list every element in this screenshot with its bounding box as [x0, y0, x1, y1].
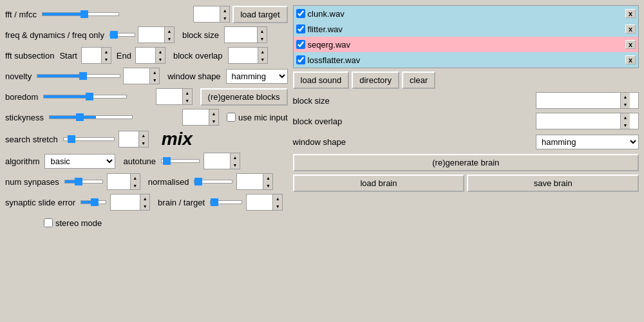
stickyness-up[interactable]: ▲	[209, 109, 218, 117]
novelty-up[interactable]: ▲	[150, 68, 159, 76]
num-synpases-down[interactable]: ▼	[131, 182, 140, 189]
num-synpases-input[interactable]: 32	[108, 176, 130, 188]
search-stretch-down[interactable]: ▼	[139, 139, 148, 147]
file-check-2[interactable]	[296, 40, 305, 49]
window-shape-select-left[interactable]: hamminghannblackmanrectangular	[226, 69, 288, 84]
algorithm-select[interactable]: basicadvancedrandom	[44, 154, 115, 169]
boredom-down[interactable]: ▼	[183, 97, 192, 104]
block-overlap-down-right[interactable]: ▼	[621, 121, 630, 129]
stereo-mode-checkbox[interactable]	[44, 218, 53, 227]
normalised-input[interactable]: 0.00	[237, 176, 263, 188]
block-size-label-left: block size	[182, 30, 219, 40]
fft-subsection-label: fft subsection	[5, 51, 54, 61]
normalised-spinbox: 0.00 ▲ ▼	[236, 173, 273, 190]
block-overlap-down-left[interactable]: ▼	[258, 55, 267, 63]
stickyness-down[interactable]: ▼	[209, 117, 218, 125]
fft-mfcc-slider[interactable]	[42, 12, 119, 16]
directory-button[interactable]: directory	[352, 71, 399, 89]
window-shape-select-right[interactable]: hamminghannblackmanrectangular	[536, 135, 639, 149]
load-brain-button[interactable]: load brain	[293, 175, 465, 192]
block-size-input-left[interactable]: 500	[225, 29, 257, 41]
normalised-down[interactable]: ▼	[263, 182, 272, 189]
autotune-down[interactable]: ▼	[231, 161, 240, 169]
save-brain-button[interactable]: save brain	[467, 175, 639, 192]
novelty-input[interactable]: 0.56	[124, 70, 149, 82]
block-overlap-input-left[interactable]: 0.50	[229, 50, 258, 62]
synaptic-slide-down[interactable]: ▼	[140, 202, 149, 210]
file-item-1: flitter.wav x	[294, 21, 638, 37]
clear-button[interactable]: clear	[402, 71, 435, 89]
brain-target-input[interactable]: 0.00	[247, 196, 272, 209]
file-remove-1[interactable]: x	[625, 24, 636, 33]
boredom-input[interactable]: 0.56	[156, 91, 182, 103]
fft-mfcc-down[interactable]: ▼	[220, 14, 229, 22]
stickyness-slider[interactable]	[49, 115, 133, 119]
brain-target-down[interactable]: ▼	[273, 202, 282, 210]
fft-end-up[interactable]: ▲	[156, 48, 165, 55]
synaptic-slide-up[interactable]: ▲	[140, 194, 149, 202]
fft-end-down[interactable]: ▼	[156, 55, 165, 63]
block-overlap-up-right[interactable]: ▲	[621, 113, 630, 121]
use-mic-checkbox[interactable]	[227, 113, 236, 122]
freq-dynamics-up[interactable]: ▲	[165, 27, 174, 35]
fft-end-input[interactable]: 99	[136, 50, 155, 62]
novelty-slider[interactable]	[37, 74, 120, 78]
regenerate-blocks-button[interactable]: (re)generate blocks	[200, 88, 288, 106]
brain-target-slider[interactable]	[210, 200, 242, 204]
file-name-1: flitter.wav	[308, 24, 623, 34]
freq-dynamics-input[interactable]: 0	[138, 29, 164, 41]
block-overlap-up-left[interactable]: ▲	[258, 48, 267, 55]
autotune-up[interactable]: ▲	[231, 153, 240, 161]
freq-dynamics-label: freq & dynamics / freq only	[5, 30, 104, 40]
stickyness-spinbox: 0.35 ▲ ▼	[182, 109, 219, 126]
search-stretch-slider[interactable]	[63, 137, 115, 141]
file-name-3: lossflatter.wav	[308, 55, 623, 65]
file-remove-3[interactable]: x	[625, 55, 636, 64]
search-stretch-up[interactable]: ▲	[139, 131, 148, 139]
autotune-input[interactable]: 0.05	[204, 155, 230, 167]
fft-start-input[interactable]: 0	[82, 50, 101, 62]
fft-mfcc-input[interactable]: 0.56	[194, 8, 220, 21]
autotune-slider[interactable]	[161, 159, 200, 163]
brain-target-up[interactable]: ▲	[273, 194, 282, 202]
normalised-slider[interactable]	[194, 180, 232, 184]
search-stretch-spinbox: 1 ▲ ▼	[118, 131, 149, 147]
file-remove-0[interactable]: x	[625, 9, 636, 18]
num-synpases-up[interactable]: ▲	[131, 174, 140, 182]
fft-start-up[interactable]: ▲	[102, 48, 111, 55]
block-size-input-right[interactable]: 500	[536, 95, 620, 107]
block-size-down-left[interactable]: ▼	[258, 35, 267, 43]
boredom-label: boredom	[5, 92, 38, 102]
fft-mfcc-up[interactable]: ▲	[220, 6, 229, 14]
block-overlap-input-right[interactable]: 0.40	[536, 115, 620, 128]
autotune-spinbox: 0.05 ▲ ▼	[204, 153, 240, 169]
file-name-2: seqerg.wav	[308, 40, 623, 50]
load-sound-button[interactable]: load sound	[293, 71, 350, 89]
synaptic-slide-slider[interactable]	[80, 200, 106, 204]
block-size-up-left[interactable]: ▲	[258, 27, 267, 35]
boredom-slider[interactable]	[43, 95, 127, 99]
normalised-up[interactable]: ▲	[263, 174, 272, 182]
fft-start-spinbox: 0 ▲ ▼	[81, 47, 111, 64]
window-shape-label-left: window shape	[167, 71, 220, 81]
file-item-0: clunk.wav x	[294, 6, 638, 21]
load-target-button[interactable]: load target	[232, 6, 287, 23]
block-overlap-spinbox-right: 0.40 ▲ ▼	[536, 113, 639, 129]
stickyness-input[interactable]: 0.35	[183, 111, 209, 124]
file-check-0[interactable]	[296, 9, 305, 18]
freq-dynamics-down[interactable]: ▼	[165, 35, 174, 43]
num-synpases-slider[interactable]	[64, 180, 103, 184]
file-remove-2[interactable]: x	[625, 40, 636, 49]
freq-dynamics-slider[interactable]	[109, 33, 135, 37]
block-size-down-right[interactable]: ▼	[621, 100, 630, 108]
novelty-down[interactable]: ▼	[150, 76, 159, 84]
boredom-up[interactable]: ▲	[183, 89, 192, 97]
file-check-3[interactable]	[296, 55, 305, 64]
block-size-up-right[interactable]: ▲	[621, 93, 630, 100]
block-size-label-right: block size	[293, 96, 330, 106]
regenerate-brain-button[interactable]: (re)generate brain	[293, 154, 639, 171]
file-check-1[interactable]	[296, 24, 305, 33]
fft-start-down[interactable]: ▼	[102, 55, 111, 63]
search-stretch-input[interactable]: 1	[119, 133, 138, 146]
synaptic-slide-input[interactable]: 1149	[111, 196, 140, 209]
